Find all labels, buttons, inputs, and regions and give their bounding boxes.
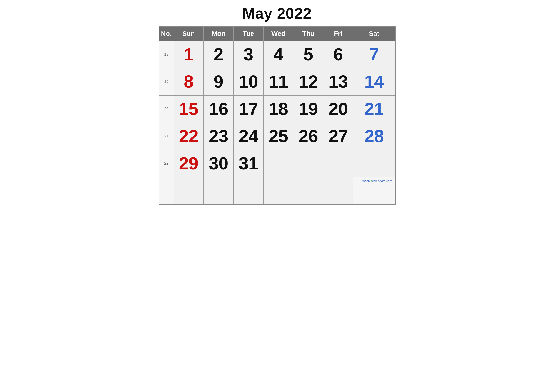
empty-day-cell (174, 177, 203, 204)
day-cell: 12 (293, 68, 323, 96)
calendar-title: May 2022 (159, 5, 395, 22)
day-cell: 10 (234, 68, 263, 96)
day-cell: 20 (323, 96, 353, 123)
day-number: 3 (236, 43, 260, 66)
calendar-container: May 2022 No. Sun Mon Tue Wed Thu Fri Sat… (159, 5, 395, 205)
day-cell (323, 150, 353, 177)
day-cell: 15 (174, 96, 203, 123)
header-wed: Wed (263, 26, 293, 41)
day-cell: 19 (293, 96, 323, 123)
header-sun: Sun (174, 26, 203, 41)
day-number: 29 (177, 152, 201, 175)
day-number: 14 (356, 70, 392, 93)
header-thu: Thu (293, 26, 323, 41)
week-number: 20 (159, 96, 174, 123)
empty-day-cell (234, 177, 263, 204)
day-cell: 9 (203, 68, 233, 96)
day-number: 8 (177, 70, 201, 93)
day-cell: 24 (234, 123, 263, 150)
day-number: 12 (296, 70, 320, 93)
day-number: 11 (266, 70, 290, 93)
day-number: 26 (296, 125, 320, 148)
day-number: 31 (236, 152, 260, 175)
day-number: 18 (266, 98, 290, 121)
calendar-table: No. Sun Mon Tue Wed Thu Fri Sat 18123456… (159, 26, 395, 205)
header-sat: Sat (353, 26, 395, 41)
day-cell: 2 (203, 41, 233, 68)
header-mon: Mon (203, 26, 233, 41)
day-cell: 7 (353, 41, 395, 68)
day-number: 13 (326, 70, 350, 93)
day-number: 23 (207, 125, 230, 148)
day-cell: 8 (174, 68, 203, 96)
day-number: 28 (356, 125, 392, 148)
day-cell: 1 (174, 41, 203, 68)
day-cell: 29 (174, 150, 203, 177)
day-number: 21 (356, 98, 392, 121)
week-number: 22 (159, 150, 174, 177)
header-tue: Tue (234, 26, 263, 41)
day-cell (293, 150, 323, 177)
day-number: 17 (236, 98, 260, 121)
day-number: 22 (177, 125, 201, 148)
empty-day-cell (293, 177, 323, 204)
day-number: 15 (177, 98, 201, 121)
header-no: No. (159, 26, 174, 41)
day-number: 1 (177, 43, 201, 66)
calendar-empty-row: wheniscalendars.com (159, 177, 395, 204)
day-number: 5 (296, 43, 320, 66)
day-cell: 31 (234, 150, 263, 177)
day-number: 30 (207, 152, 230, 175)
empty-day-cell (203, 177, 233, 204)
calendar-week-row: 2015161718192021 (159, 96, 395, 123)
day-cell (353, 150, 395, 177)
day-number: 20 (326, 98, 350, 121)
calendar-header-row: No. Sun Mon Tue Wed Thu Fri Sat (159, 26, 395, 41)
day-cell: 26 (293, 123, 323, 150)
day-number: 10 (236, 70, 260, 93)
watermark-link[interactable]: wheniscalendars.com (362, 179, 392, 183)
calendar-week-row: 22293031 (159, 150, 395, 177)
calendar-week-row: 2122232425262728 (159, 123, 395, 150)
week-number: 21 (159, 123, 174, 150)
day-cell: 21 (353, 96, 395, 123)
day-number: 4 (266, 43, 290, 66)
day-cell: 6 (323, 41, 353, 68)
day-number: 6 (326, 43, 350, 66)
day-number: 9 (207, 70, 230, 93)
day-number: 19 (296, 98, 320, 121)
day-number: 16 (207, 98, 230, 121)
day-cell: 16 (203, 96, 233, 123)
calendar-week-row: 181234567 (159, 41, 395, 68)
day-cell: 25 (263, 123, 293, 150)
day-cell: 17 (234, 96, 263, 123)
day-number: 27 (326, 125, 350, 148)
day-cell: 11 (263, 68, 293, 96)
day-cell: 30 (203, 150, 233, 177)
day-number: 7 (356, 43, 392, 66)
day-cell: 27 (323, 123, 353, 150)
week-number: 18 (159, 41, 174, 68)
day-number: 24 (236, 125, 260, 148)
watermark: wheniscalendars.com (353, 177, 395, 204)
day-cell: 28 (353, 123, 395, 150)
header-fri: Fri (323, 26, 353, 41)
day-cell (263, 150, 293, 177)
calendar-week-row: 19891011121314 (159, 68, 395, 96)
day-cell: 5 (293, 41, 323, 68)
day-cell: 22 (174, 123, 203, 150)
day-cell: 4 (263, 41, 293, 68)
day-cell: 3 (234, 41, 263, 68)
day-cell: 18 (263, 96, 293, 123)
week-number-empty (159, 177, 174, 204)
empty-day-cell (323, 177, 353, 204)
day-number: 2 (207, 43, 230, 66)
day-cell: 13 (323, 68, 353, 96)
day-number: 25 (266, 125, 290, 148)
day-cell: 23 (203, 123, 233, 150)
empty-day-cell (263, 177, 293, 204)
week-number: 19 (159, 68, 174, 96)
day-cell: 14 (353, 68, 395, 96)
